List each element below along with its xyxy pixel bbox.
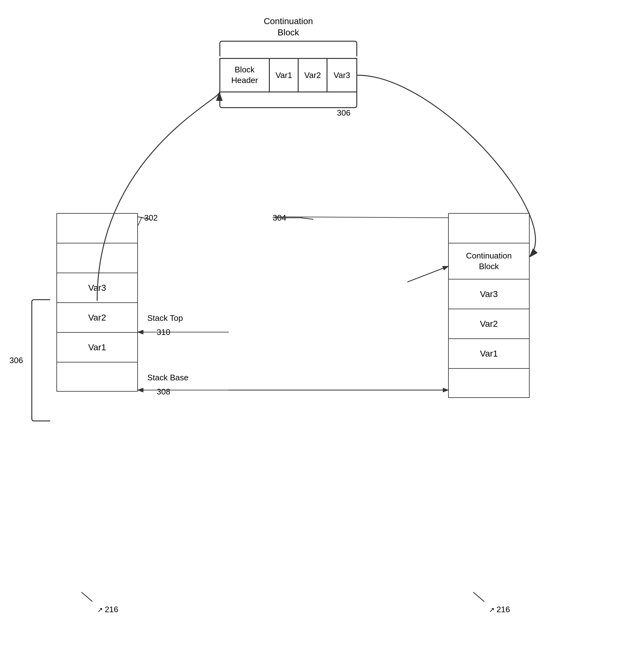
left-stack-cell-6 [56, 362, 138, 391]
stack-base-label: Stack Base [147, 373, 189, 383]
right-stack-cont-block: Continuation Block [448, 243, 530, 279]
stack-top-label: Stack Top [147, 313, 183, 323]
var2-cell-top: Var2 [299, 59, 327, 91]
ref-304: 304 [273, 213, 286, 223]
ref-302: 302 [144, 213, 158, 223]
left-stack: Var3 Var2 Var1 [56, 213, 138, 391]
svg-line-1 [301, 218, 313, 219]
ref-216-left: ↗ 216 [97, 605, 118, 615]
left-stack-cell-2 [56, 243, 138, 273]
diagram-container: Continuation Block Block Header Var1 Var… [0, 0, 644, 652]
block-header-cell: Block Header [220, 59, 270, 91]
ref-308: 308 [157, 387, 170, 397]
bottom-brace [219, 92, 357, 108]
svg-line-7 [407, 266, 448, 282]
svg-line-12 [138, 217, 142, 225]
left-stack-cell-var3: Var3 [56, 273, 138, 302]
right-stack-cell-6 [448, 368, 530, 398]
left-stack-cell-var1: Var1 [56, 332, 138, 362]
svg-line-8 [81, 592, 92, 602]
ref-306-left: 306 [9, 356, 23, 365]
svg-line-16 [376, 266, 448, 273]
arrow-indicator-left: ↗ [97, 606, 105, 614]
right-stack-cell-var1: Var1 [448, 338, 530, 368]
arrow-indicator-right: ↗ [489, 606, 497, 614]
ref-310: 310 [157, 327, 170, 337]
svg-line-9 [473, 592, 484, 602]
left-stack-cell-var2: Var2 [56, 302, 138, 332]
left-stack-cell-1 [56, 213, 138, 243]
svg-line-13 [274, 217, 448, 218]
right-stack: Continuation Block Var3 Var2 Var1 [448, 213, 530, 398]
top-brace [219, 41, 357, 56]
ref-216-right: ↗ 216 [489, 605, 510, 615]
left-brace-306 [31, 299, 50, 422]
continuation-block-label-top: Continuation Block [257, 16, 320, 38]
right-stack-cell-var3: Var3 [448, 279, 530, 308]
right-stack-cell-1 [448, 213, 530, 243]
var3-cell-top: Var3 [327, 59, 356, 91]
block-header-table: Block Header Var1 Var2 Var3 [219, 58, 357, 92]
right-stack-cell-var2: Var2 [448, 308, 530, 338]
ref-306-top: 306 [337, 108, 350, 118]
var1-cell-top: Var1 [270, 59, 299, 91]
